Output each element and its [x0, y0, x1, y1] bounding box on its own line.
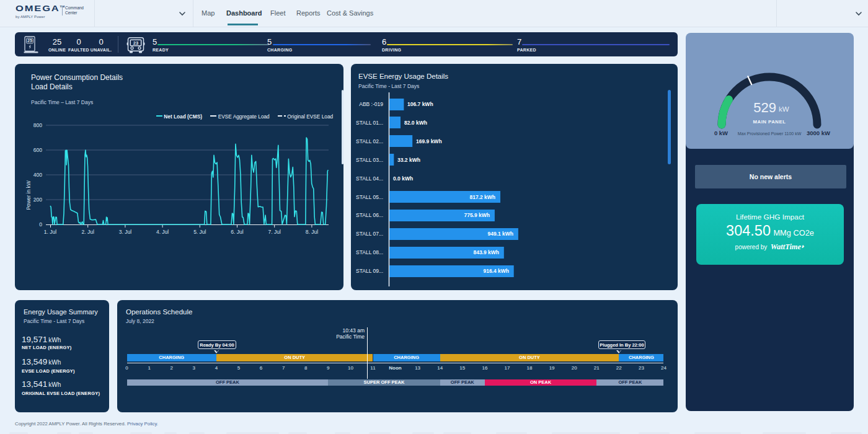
- svg-text:4. Jul: 4. Jul: [156, 229, 169, 235]
- svg-text:0.0 kWh: 0.0 kWh: [393, 175, 413, 182]
- svg-text:2. Jul: 2. Jul: [82, 229, 94, 235]
- svg-text:949.1 kWh: 949.1 kWh: [487, 231, 513, 237]
- svg-text:Max Provisioned Power 1100 kW: Max Provisioned Power 1100 kW: [738, 131, 802, 136]
- svg-text:33.2 kWh: 33.2 kWh: [397, 157, 420, 163]
- svg-text:STALL 04...: STALL 04...: [356, 175, 383, 182]
- svg-text:3000 kW: 3000 kW: [807, 130, 830, 136]
- svg-text:8. Jul: 8. Jul: [306, 229, 318, 235]
- svg-text:Power in kW: Power in kW: [25, 180, 32, 210]
- svg-text:STALL 06...: STALL 06...: [356, 212, 383, 218]
- svg-text:775.9 kWh: 775.9 kWh: [464, 212, 490, 218]
- svg-text:6. Jul: 6. Jul: [231, 229, 243, 235]
- svg-text:82.0 kWh: 82.0 kWh: [404, 120, 427, 126]
- svg-text:5. Jul: 5. Jul: [193, 229, 206, 235]
- svg-text:7. Jul: 7. Jul: [268, 229, 281, 235]
- svg-text:169.9 kWh: 169.9 kWh: [416, 138, 442, 144]
- svg-text:STALL 09...: STALL 09...: [356, 268, 383, 274]
- svg-text:STALL 03...: STALL 03...: [356, 157, 383, 163]
- svg-text:600: 600: [33, 147, 42, 153]
- svg-text:0 kW: 0 kW: [714, 130, 728, 136]
- svg-text:STALL 02...: STALL 02...: [356, 138, 383, 144]
- svg-text:ABB :-019: ABB :-019: [359, 101, 383, 107]
- svg-text:800: 800: [33, 122, 42, 128]
- svg-text:STALL 08...: STALL 08...: [356, 249, 383, 255]
- svg-text:STALL 07...: STALL 07...: [356, 231, 383, 237]
- svg-text:200: 200: [33, 197, 42, 203]
- svg-text:817.2 kWh: 817.2 kWh: [469, 194, 495, 200]
- svg-text:25: 25: [27, 38, 32, 43]
- svg-text:529: 529: [753, 100, 776, 115]
- svg-text:23: 23: [133, 40, 138, 46]
- svg-text:STALL 01...: STALL 01...: [356, 120, 383, 126]
- svg-text:MAIN PANEL: MAIN PANEL: [753, 119, 786, 125]
- svg-text:916.4 kWh: 916.4 kWh: [483, 268, 509, 274]
- svg-text:0: 0: [39, 221, 42, 228]
- svg-text:106.7 kWh: 106.7 kWh: [407, 101, 433, 107]
- svg-text:400: 400: [33, 172, 42, 178]
- svg-text:1. Jul: 1. Jul: [44, 229, 56, 235]
- svg-text:3. Jul: 3. Jul: [119, 229, 131, 235]
- svg-text:kW: kW: [779, 105, 789, 113]
- svg-text:STALL 05...: STALL 05...: [356, 194, 383, 200]
- svg-text:843.9 kWh: 843.9 kWh: [473, 249, 499, 255]
